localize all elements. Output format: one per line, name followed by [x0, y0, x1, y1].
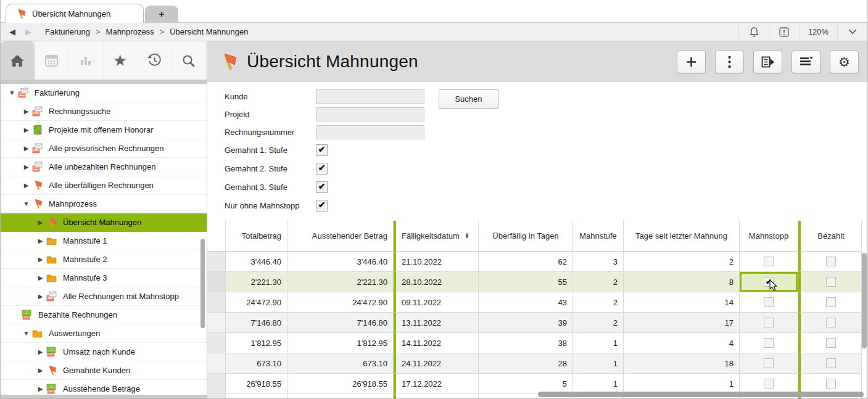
- cell-tage[interactable]: 14: [624, 292, 740, 313]
- expand-arrow-icon[interactable]: ▶: [21, 163, 31, 170]
- cell-totalbetrag[interactable]: 7'146.80: [226, 313, 287, 333]
- cell-mahnstufe[interactable]: 1: [573, 353, 624, 374]
- cell-mahnstufe[interactable]: 2: [573, 272, 624, 292]
- mahnstopp-checkbox[interactable]: [764, 338, 774, 348]
- cell-tage[interactable]: 2: [624, 252, 740, 272]
- cell-ausstehend[interactable]: 673.10: [287, 353, 394, 374]
- table-row[interactable]: 1'812.95 1'812.95 14.11.2022 38 1 4: [207, 333, 862, 353]
- table-row[interactable]: 24'472.90 24'472.90 09.11.2022 43 2 14: [207, 292, 862, 313]
- new-tab-button[interactable]: +: [145, 6, 178, 22]
- notifications-button[interactable]: [738, 23, 769, 41]
- cell-ausstehend[interactable]: 3'446.40: [287, 252, 394, 272]
- column-header-mahnstufe[interactable]: Mahnstufe: [573, 221, 624, 252]
- cell-faelligkeit[interactable]: 21.10.2022: [394, 252, 479, 272]
- kunde-input[interactable]: [316, 89, 424, 104]
- expand-arrow-icon[interactable]: ▶: [21, 145, 31, 152]
- bezahlt-checkbox[interactable]: [826, 358, 836, 368]
- tree-item-ueberfaellige-rechnungen[interactable]: ▶ Alle überfälligen Rechnungen: [1, 176, 207, 195]
- gemahnt-3-checkbox[interactable]: [316, 181, 328, 193]
- cell-tage[interactable]: 8: [624, 272, 740, 292]
- expand-arrow-icon[interactable]: ▶: [21, 108, 31, 115]
- table-horizontal-scrollbar[interactable]: [538, 392, 864, 397]
- cell-totalbetrag[interactable]: 24'472.90: [226, 292, 287, 313]
- bezahlt-checkbox[interactable]: [826, 297, 836, 307]
- reports-tab[interactable]: [69, 41, 104, 80]
- table-row[interactable]: 7'146.80 7'146.80 13.11.2022 39 2 17: [207, 313, 862, 333]
- gemahnt-1-checkbox[interactable]: [316, 144, 328, 156]
- expand-arrow-icon[interactable]: ▶: [35, 293, 46, 300]
- projekt-input[interactable]: [316, 107, 424, 121]
- cell-ueberfaellig[interactable]: 38: [479, 333, 573, 353]
- cell-faelligkeit[interactable]: 13.11.2022: [394, 313, 479, 333]
- tree-item-mahnstufe-1[interactable]: ▶ Mahnstufe 1: [1, 232, 207, 250]
- table-row[interactable]: 2'221.30 2'221.30 28.10.2022 55 2 8: [207, 272, 862, 292]
- tree-item-provisorische-rechnungen[interactable]: ▶ Alle provisorischen Rechnungen: [1, 139, 207, 158]
- sidebar-scrollbar[interactable]: [200, 239, 205, 328]
- search-tab[interactable]: [172, 41, 207, 80]
- favorites-tab[interactable]: ★: [104, 41, 138, 80]
- expand-arrow-icon[interactable]: ▶: [35, 274, 46, 281]
- tab-uebersicht-mahnungen[interactable]: Übersicht Mahnungen: [6, 4, 144, 23]
- history-tab[interactable]: [138, 41, 172, 80]
- tree-item-umsatz-nach-kunde[interactable]: ▶ Umsatz nach Kunde: [1, 343, 207, 361]
- mahnstopp-checkbox[interactable]: [764, 297, 774, 307]
- cell-faelligkeit[interactable]: 28.10.2022: [394, 272, 479, 292]
- cell-faelligkeit[interactable]: 09.11.2022: [394, 292, 479, 313]
- tree-item-rechnungen-mit-mahnstopp[interactable]: ▶ Alle Rechnungen mit Mahnstopp: [1, 287, 207, 306]
- list-options-button[interactable]: [792, 51, 820, 73]
- cell-totalbetrag[interactable]: 1'812.95: [226, 333, 287, 353]
- tree-item-mahnstufe-2[interactable]: ▶ Mahnstufe 2: [1, 250, 207, 269]
- calendar-tab[interactable]: [35, 41, 70, 80]
- mahnstopp-checkbox[interactable]: [764, 358, 774, 368]
- cell-mahnstufe[interactable]: 2: [573, 313, 624, 333]
- cell-faelligkeit[interactable]: 24.11.2022: [394, 353, 479, 374]
- bezahlt-checkbox[interactable]: [826, 257, 836, 266]
- cell-ausstehend[interactable]: 26'918.55: [287, 374, 394, 394]
- mahnstopp-checkbox[interactable]: [764, 379, 774, 389]
- expand-arrow-icon[interactable]: ▶: [35, 348, 46, 355]
- row-gutter[interactable]: [207, 333, 226, 353]
- tree-item-auswertungen[interactable]: ▼ Auswertungen: [1, 324, 207, 343]
- mahnstopp-checkbox[interactable]: [764, 257, 774, 266]
- column-header-ausstehender-betrag[interactable]: Ausstehender Betrag: [287, 221, 394, 252]
- row-gutter[interactable]: [207, 353, 226, 374]
- home-tab[interactable]: [1, 41, 35, 80]
- table-row[interactable]: 3'446.40 3'446.40 21.10.2022 62 3 2: [207, 252, 862, 272]
- zoom-level[interactable]: 120%: [799, 23, 837, 41]
- window-menu-button[interactable]: [837, 23, 867, 41]
- expand-arrow-icon[interactable]: ▶: [35, 219, 46, 226]
- cell-totalbetrag[interactable]: 26'918.55: [226, 374, 287, 394]
- cell-ueberfaellig[interactable]: 55: [479, 272, 573, 292]
- cell-ueberfaellig[interactable]: 43: [479, 292, 573, 313]
- alerts-button[interactable]: [769, 23, 799, 41]
- tree-item-bezahlte-rechnungen[interactable]: Bezahlte Rechnungen: [1, 306, 207, 324]
- column-header-bezahlt[interactable]: Bezahlt: [798, 221, 862, 252]
- column-header-ueberfaellig[interactable]: Überfällig in Tagen: [479, 221, 573, 252]
- row-gutter[interactable]: [207, 292, 226, 313]
- cell-totalbetrag[interactable]: 3'446.40: [226, 252, 287, 272]
- expand-arrow-icon[interactable]: ▶: [35, 256, 46, 263]
- expand-arrow-icon[interactable]: ▶: [35, 237, 46, 244]
- more-actions-button[interactable]: [715, 51, 744, 73]
- mahnstopp-checkbox[interactable]: [764, 318, 774, 327]
- row-gutter[interactable]: [207, 252, 226, 272]
- column-header-tage-seit-mahnung[interactable]: Tage seit letzter Mahnung: [624, 221, 740, 252]
- report-button[interactable]: [753, 51, 782, 73]
- bezahlt-checkbox[interactable]: [826, 338, 836, 348]
- bezahlt-checkbox[interactable]: [826, 318, 836, 327]
- cell-ausstehend[interactable]: 1'812.95: [287, 333, 394, 353]
- cell-mahnstufe[interactable]: 1: [573, 333, 624, 353]
- expand-arrow-icon[interactable]: ▶: [21, 126, 31, 133]
- expand-arrow-icon[interactable]: ▶: [35, 385, 46, 392]
- rechnungsnummer-input[interactable]: [316, 125, 424, 139]
- cell-totalbetrag[interactable]: 2'221.30: [226, 272, 287, 292]
- cell-ausstehend[interactable]: 24'472.90: [287, 292, 394, 313]
- cell-faelligkeit[interactable]: 14.11.2022: [394, 333, 479, 353]
- table-vertical-scrollbar[interactable]: [862, 253, 867, 348]
- bezahlt-checkbox[interactable]: [826, 277, 836, 287]
- add-button[interactable]: [677, 51, 706, 73]
- tree-item-unbezahlte-rechnungen[interactable]: ▶ Alle unbezahlten Rechnungen: [1, 158, 207, 176]
- tree-item-gemahnte-kunden[interactable]: ▶ Gemahnte Kunden: [1, 361, 207, 380]
- cell-tage[interactable]: 17: [624, 313, 740, 333]
- bezahlt-checkbox[interactable]: [826, 379, 836, 389]
